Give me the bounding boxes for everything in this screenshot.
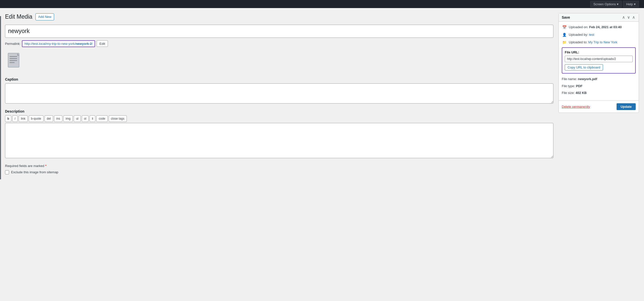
permalink-link-wrap: http://test.local/my-trip-to-new-york/ne… [22, 40, 95, 47]
page-title-wrap: Edit Media Add New [5, 13, 553, 21]
calendar-icon: 📅 [562, 25, 567, 30]
uploaded-by-link[interactable]: test [589, 33, 594, 37]
document-icon [8, 53, 23, 72]
page-wrap: Edit Media Add New Permalink: http://tes… [0, 8, 644, 179]
file-size-row: File size: 402 KB [562, 90, 636, 95]
permalink-row: Permalink: http://test.local/my-trip-to-… [5, 40, 553, 47]
svg-rect-1 [10, 56, 17, 57]
screen-options-button[interactable]: Screen Options ▾ [590, 1, 622, 7]
uploaded-on-text: Uploaded on: Feb 24, 2021 at 03:40 [569, 25, 636, 30]
save-box-toggle-button[interactable]: ∧ [632, 15, 636, 19]
save-box-title: Save [562, 15, 570, 19]
svg-rect-2 [10, 58, 17, 59]
uploaded-to-link[interactable]: My Trip to New York [588, 40, 617, 44]
copy-url-button[interactable]: Copy URL to clipboard [565, 64, 603, 71]
toolbar-ol-button[interactable]: ol [82, 115, 89, 122]
save-box-actions: ∧ ∨ ∧ [622, 15, 636, 19]
svg-rect-4 [10, 62, 15, 63]
toolbar-ins-button[interactable]: ins [54, 115, 62, 122]
save-box-header: Save ∧ ∨ ∧ [559, 13, 639, 22]
caption-textarea[interactable] [5, 83, 553, 104]
required-asterisk: * [45, 164, 47, 168]
save-box-body: 📅 Uploaded on: Feb 24, 2021 at 03:40 👤 U… [559, 22, 639, 101]
help-label: Help [626, 2, 633, 6]
title-input[interactable] [5, 25, 553, 38]
chevron-down-icon: ▾ [634, 2, 636, 6]
save-box-collapse-button[interactable]: ∧ [622, 15, 626, 19]
caption-section: Caption [5, 77, 553, 104]
add-new-button[interactable]: Add New [35, 13, 54, 20]
uploaded-by-text: Uploaded by: test [569, 32, 636, 37]
delete-permanently-button[interactable]: Delete permanently [562, 105, 590, 109]
toolbar-italic-button[interactable]: i [12, 115, 18, 122]
caption-label: Caption [5, 77, 553, 81]
file-name-row: File name: newyork.pdf [562, 77, 636, 82]
permalink-label: Permalink: [5, 42, 20, 46]
file-url-input[interactable] [565, 56, 633, 62]
required-fields-note: Required fields are marked * [5, 164, 553, 168]
uploaded-by-row: 👤 Uploaded by: test [562, 32, 636, 37]
description-textarea[interactable] [5, 123, 553, 158]
toolbar-bquote-button[interactable]: b-quote [29, 115, 44, 122]
toolbar-img-button[interactable]: img [63, 115, 73, 122]
toolbar-code-button[interactable]: code [96, 115, 107, 122]
file-url-label: File URL: [565, 50, 633, 54]
permalink-url-slug: newyork-2 [75, 42, 92, 46]
permalink-url-suffix: / [92, 42, 93, 46]
toolbar-del-button[interactable]: del [45, 115, 53, 122]
toolbar-li-button[interactable]: li [90, 115, 95, 122]
main-content: Edit Media Add New Permalink: http://tes… [5, 13, 553, 174]
save-box: Save ∧ ∨ ∧ 📅 Uploaded on: Feb 24, 202 [558, 13, 639, 113]
user-icon: 👤 [562, 32, 567, 37]
uploaded-to-row: 📁 Uploaded to: My Trip to New York [562, 40, 636, 45]
description-toolbar: b i link b-quote del ins img ul ol li co… [5, 115, 553, 122]
file-url-section: File URL: Copy URL to clipboard [562, 47, 636, 74]
description-label: Description [5, 109, 553, 113]
sidebar: Save ∧ ∨ ∧ 📅 Uploaded on: Feb 24, 202 [558, 13, 639, 118]
svg-rect-3 [10, 60, 17, 61]
sitemap-checkbox-label[interactable]: Exclude this image from sitemap [11, 170, 58, 174]
description-section: Description b i link b-quote del ins img… [5, 109, 553, 159]
sitemap-checkbox-row: Exclude this image from sitemap [5, 170, 553, 174]
page-title: Edit Media [5, 13, 32, 21]
save-box-footer: Delete permanently Update [559, 101, 639, 113]
help-button[interactable]: Help ▾ [623, 1, 639, 7]
sitemap-checkbox[interactable] [5, 170, 9, 174]
toolbar-link-button[interactable]: link [19, 115, 28, 122]
toolbar-ul-button[interactable]: ul [74, 115, 80, 122]
permalink-link[interactable]: http://test.local/my-trip-to-new-york/ne… [24, 42, 93, 46]
uploaded-on-row: 📅 Uploaded on: Feb 24, 2021 at 03:40 [562, 25, 636, 30]
document-icon-wrap [5, 52, 25, 72]
top-bar: Screen Options ▾ Help ▾ [0, 0, 644, 8]
uploaded-to-text: Uploaded to: My Trip to New York [569, 40, 636, 45]
toolbar-close-tags-button[interactable]: close tags [109, 115, 127, 122]
save-box-expand-button[interactable]: ∨ [627, 15, 631, 19]
left-accent-bar [0, 16, 1, 179]
folder-icon: 📁 [562, 40, 567, 45]
permalink-edit-button[interactable]: Edit [97, 40, 108, 47]
chevron-down-icon: ▾ [617, 2, 619, 6]
permalink-url-base: http://test.local/my-trip-to-new-york/ [24, 42, 75, 46]
toolbar-bold-button[interactable]: b [5, 115, 11, 122]
file-type-row: File type: PDF [562, 84, 636, 89]
screen-options-label: Screen Options [593, 2, 616, 6]
update-button[interactable]: Update [617, 103, 636, 110]
